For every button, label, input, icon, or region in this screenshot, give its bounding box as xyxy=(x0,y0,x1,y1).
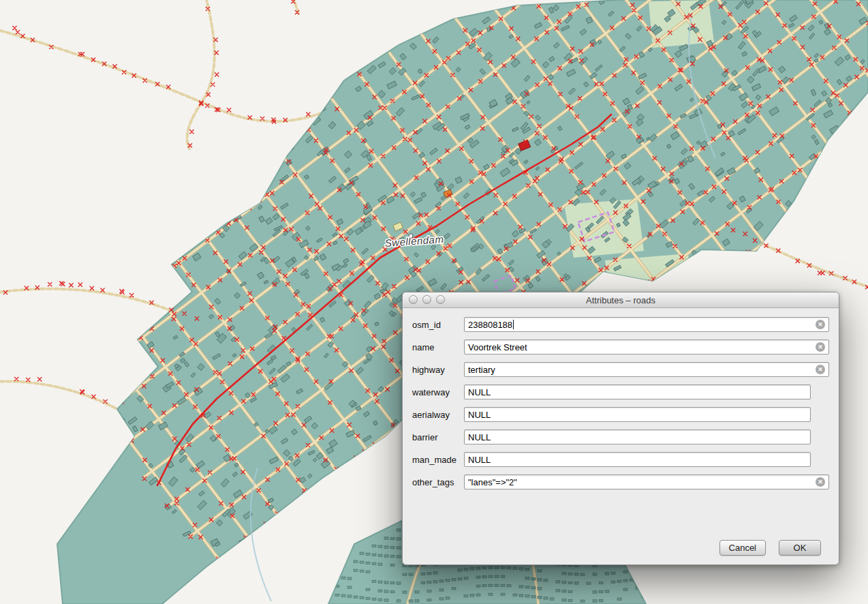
field-row-waterway: waterway NULL xyxy=(412,384,829,399)
field-row-highway: highway tertiary ✕ xyxy=(412,362,829,377)
man-made-input[interactable]: NULL xyxy=(464,452,811,467)
field-label-osm-id: osm_id xyxy=(412,320,464,330)
name-value: Voortrek Street xyxy=(468,342,527,352)
field-label-waterway: waterway xyxy=(412,387,464,397)
field-label-highway: highway xyxy=(412,365,464,375)
window-zoom-button[interactable] xyxy=(436,295,445,304)
barrier-input[interactable]: NULL xyxy=(464,429,811,444)
attributes-dialog: Attributes – roads osm_id 238808188 ✕ na… xyxy=(402,292,839,565)
highway-input[interactable]: tertiary ✕ xyxy=(464,362,829,377)
field-row-other-tags: other_tags "lanes"=>"2" ✕ xyxy=(412,474,829,489)
window-minimize-button[interactable] xyxy=(422,295,431,304)
field-row-osm-id: osm_id 238808188 ✕ xyxy=(412,317,829,332)
app-window: Swellendam Attributes – roads osm_id 238… xyxy=(0,0,868,604)
field-label-aerialway: aerialway xyxy=(412,410,464,420)
clear-icon[interactable]: ✕ xyxy=(816,320,825,329)
dialog-title: Attributes – roads xyxy=(586,295,655,305)
field-label-other-tags: other_tags xyxy=(412,477,464,487)
field-row-man-made: man_made NULL xyxy=(412,452,829,467)
clear-icon[interactable]: ✕ xyxy=(816,477,825,487)
waterway-input[interactable]: NULL xyxy=(464,384,811,399)
clear-icon[interactable]: ✕ xyxy=(816,365,825,374)
barrier-value: NULL xyxy=(468,432,491,442)
clear-icon[interactable]: ✕ xyxy=(816,342,825,352)
other-tags-input[interactable]: "lanes"=>"2" ✕ xyxy=(464,474,829,489)
osm-id-input[interactable]: 238808188 ✕ xyxy=(464,317,829,332)
other-tags-value: "lanes"=>"2" xyxy=(468,477,517,487)
field-label-name: name xyxy=(412,342,464,352)
osm-id-value: 238808188 xyxy=(468,320,512,330)
field-label-man-made: man_made xyxy=(412,455,464,465)
window-close-button[interactable] xyxy=(409,295,418,304)
aerialway-value: NULL xyxy=(468,410,491,420)
field-row-barrier: barrier NULL xyxy=(412,429,829,444)
waterway-value: NULL xyxy=(468,387,491,397)
dialog-titlebar[interactable]: Attributes – roads xyxy=(403,292,839,308)
field-label-barrier: barrier xyxy=(412,432,464,442)
field-row-name: name Voortrek Street ✕ xyxy=(412,339,829,354)
cancel-button[interactable]: Cancel xyxy=(719,540,766,556)
man-made-value: NULL xyxy=(468,455,491,465)
field-row-aerialway: aerialway NULL xyxy=(412,407,829,422)
highway-value: tertiary xyxy=(468,365,495,375)
name-input[interactable]: Voortrek Street ✕ xyxy=(464,339,829,354)
ok-button[interactable]: OK xyxy=(779,540,821,556)
aerialway-input[interactable]: NULL xyxy=(464,407,811,422)
text-caret xyxy=(513,320,514,329)
